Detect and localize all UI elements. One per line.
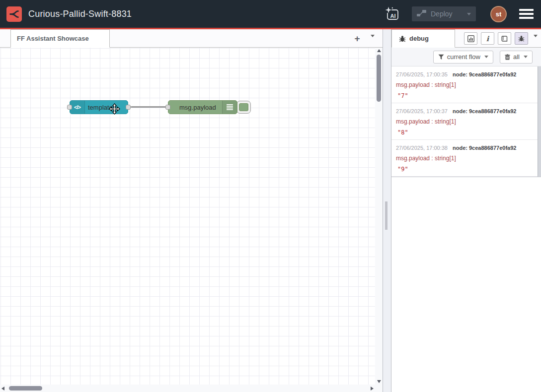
debug-panel-button[interactable]: [515, 32, 528, 45]
message-value: "8": [396, 129, 533, 136]
add-flow-button[interactable]: +: [351, 32, 364, 45]
main-menu-button[interactable]: [518, 7, 535, 21]
clear-all-button[interactable]: all: [500, 51, 533, 64]
list-icon: [222, 101, 237, 114]
info-icon: i: [486, 35, 489, 42]
message-node-id: node: 9cea886877e0fa92: [453, 108, 516, 114]
flow-tabbar: FF Assistant Showcase +: [0, 29, 383, 48]
node-template-input-port[interactable]: [67, 105, 72, 110]
avatar-initials: st: [496, 10, 502, 18]
horizontal-scroll-thumb[interactable]: [9, 386, 42, 391]
user-avatar[interactable]: st: [490, 6, 507, 22]
node-msg-payload-input-port[interactable]: [165, 105, 170, 110]
ai-icon-label: AI: [390, 13, 396, 19]
node-msg-payload[interactable]: msg.payload: [168, 100, 237, 114]
dashboard-chart-button[interactable]: [464, 32, 477, 45]
sidebar-tab-buttons: i: [464, 32, 528, 45]
clear-button-label: all: [513, 53, 520, 61]
sidebar-empty-area: [391, 177, 541, 392]
message-timestamp: 27/06/2025, 17:00:38: [396, 145, 448, 151]
deploy-options-caret-icon[interactable]: [467, 13, 471, 15]
trash-icon: [505, 54, 510, 60]
message-property-path[interactable]: msg.payload : string[1]: [396, 155, 533, 162]
wire-template-to-debug[interactable]: [131, 106, 168, 108]
sidebar-tab-debug[interactable]: debug: [391, 29, 455, 48]
help-book-button[interactable]: [498, 32, 511, 45]
hamburger-icon: [519, 9, 534, 11]
flowfuse-logo-icon: [6, 6, 22, 22]
scroll-right-arrow[interactable]: [371, 387, 374, 391]
book-icon: [501, 35, 508, 42]
debug-message[interactable]: 27/06/2025, 17:00:37 node: 9cea886877e0f…: [391, 103, 541, 140]
flow-canvas[interactable]: </> template msg.payload: [0, 48, 383, 392]
chevron-down-icon: [524, 56, 528, 58]
workspace-pane: FF Assistant Showcase + </> template: [0, 29, 383, 392]
message-node-id: node: 9cea886877e0fa92: [453, 71, 516, 77]
sidebar-splitter[interactable]: [383, 29, 391, 392]
message-value: "7": [396, 92, 533, 99]
vertical-scroll-thumb[interactable]: [377, 55, 381, 102]
message-value: "9": [396, 166, 533, 173]
bug-icon: [518, 35, 525, 42]
chevron-down-icon: [484, 56, 488, 58]
debug-message[interactable]: 27/06/2025, 17:00:38 node: 9cea886877e0f…: [391, 140, 541, 177]
flow-list-caret-button[interactable]: [371, 37, 375, 46]
move-cursor-icon: [109, 103, 120, 117]
message-property-path[interactable]: msg.payload : string[1]: [396, 118, 533, 125]
filter-current-flow-button[interactable]: current flow: [433, 51, 493, 64]
scroll-up-arrow[interactable]: [377, 49, 381, 52]
page-title: Curious-Pallid-Swift-8831: [28, 9, 132, 19]
main-area: FF Assistant Showcase + </> template: [0, 29, 541, 392]
sidebar-tabbar: debug i: [391, 29, 541, 48]
deploy-button[interactable]: Deploy: [412, 6, 476, 21]
deploy-button-label: Deploy: [431, 10, 453, 18]
debug-enable-toggle[interactable]: [236, 101, 251, 114]
ai-assistant-button[interactable]: AI: [384, 5, 401, 23]
bug-icon: [399, 35, 406, 42]
canvas-vertical-scrollbar[interactable]: [375, 48, 383, 385]
message-timestamp: 27/06/2025, 17:00:35: [396, 71, 448, 77]
filter-button-label: current flow: [447, 53, 480, 61]
debug-message[interactable]: 27/06/2025, 17:00:35 node: 9cea886877e0f…: [391, 66, 541, 103]
debug-list-scrollbar[interactable]: [538, 66, 541, 177]
sidebar-tab-label: debug: [409, 35, 429, 42]
debug-sidebar: debug i: [391, 29, 541, 392]
scrollbar-corner: [375, 385, 383, 392]
message-node-id: node: 9cea886877e0fa92: [453, 145, 516, 151]
sidebar-options-button[interactable]: [534, 37, 538, 46]
flow-tab-ff-assistant-showcase[interactable]: FF Assistant Showcase: [10, 29, 110, 48]
scroll-left-arrow[interactable]: [1, 387, 4, 391]
code-icon: </>: [70, 101, 85, 114]
plus-icon: +: [354, 33, 360, 44]
message-property-path[interactable]: msg.payload : string[1]: [396, 81, 533, 88]
message-timestamp: 27/06/2025, 17:00:37: [396, 108, 448, 114]
chevron-down-icon: [371, 35, 375, 46]
flow-tab-label: FF Assistant Showcase: [17, 35, 89, 42]
app-header: Curious-Pallid-Swift-8831 AI Deploy st: [0, 0, 541, 29]
scroll-down-arrow[interactable]: [377, 380, 381, 383]
info-button[interactable]: i: [481, 32, 494, 45]
splitter-drag-handle[interactable]: [385, 201, 387, 230]
chevron-down-icon: [534, 35, 538, 46]
canvas-horizontal-scrollbar[interactable]: [0, 385, 375, 392]
deploy-nodes-icon: [417, 9, 426, 19]
debug-filter-toolbar: current flow all: [391, 48, 541, 66]
node-msg-payload-label: msg.payload: [179, 101, 216, 114]
bar-chart-icon: [467, 35, 474, 42]
funnel-icon: [438, 54, 444, 60]
debug-message-list: 27/06/2025, 17:00:35 node: 9cea886877e0f…: [391, 66, 541, 177]
node-template-output-port[interactable]: [126, 105, 131, 110]
